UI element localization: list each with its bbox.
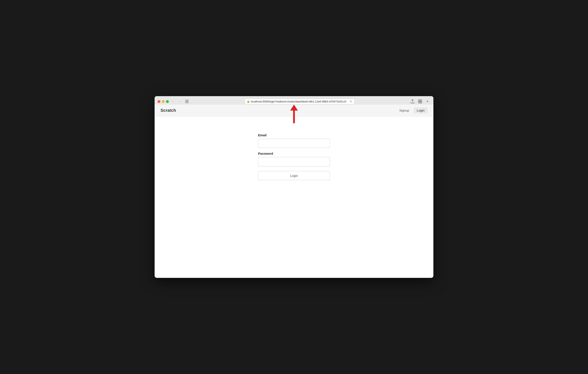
browser-content: Scratch Signup Login Email Password [155,105,433,180]
svg-rect-2 [185,103,189,103]
login-submit-button[interactable]: Login [258,171,330,180]
add-tab-button[interactable]: + [425,98,430,104]
sidebar-button[interactable] [184,98,190,104]
login-link[interactable]: Login [414,107,428,113]
forward-button[interactable]: › [177,98,183,104]
share-button[interactable] [409,98,416,105]
email-label: Email [258,133,330,137]
address-bar-container: 🔒 localhost:3000/login?redirect=/notes/d… [190,98,409,104]
lock-icon: 🔒 [247,100,250,103]
svg-rect-3 [418,100,420,101]
browser-chrome: ‹ › 🔒 localhost:3000/login?redirect=/not… [155,96,433,105]
password-group: Password [258,152,330,166]
minimize-button[interactable] [162,100,165,103]
password-input[interactable] [258,157,330,166]
traffic-lights [158,100,169,103]
browser-window: ‹ › 🔒 localhost:3000/login?redirect=/not… [155,96,433,278]
reload-icon[interactable]: ↻ [350,100,352,103]
email-group: Email [258,133,330,148]
email-input[interactable] [258,139,330,148]
svg-rect-0 [185,100,189,100]
close-button[interactable] [158,100,160,103]
app-brand: Scratch [160,108,176,113]
annotation-arrow [290,105,298,123]
back-button[interactable]: ‹ [170,98,176,104]
svg-rect-6 [420,102,422,103]
svg-rect-1 [185,101,189,102]
browser-toolbar-right: + [409,98,430,105]
address-bar[interactable]: 🔒 localhost:3000/login?redirect=/notes/d… [245,98,355,104]
url-text: localhost:3000/login?redirect=/notes/dae… [251,100,346,103]
login-form: Email Password Login [258,133,330,180]
svg-rect-5 [418,102,420,103]
svg-rect-4 [420,100,422,101]
signup-link[interactable]: Signup [396,107,412,113]
app-nav-links: Signup Login [396,107,428,113]
new-tab-overview-button[interactable] [417,98,423,105]
arrow-head-icon [290,105,298,110]
maximize-button[interactable] [166,100,169,103]
main-content: Email Password Login [155,117,433,180]
password-label: Password [258,152,330,155]
arrow-shaft [293,110,295,123]
nav-buttons: ‹ › [170,98,190,104]
